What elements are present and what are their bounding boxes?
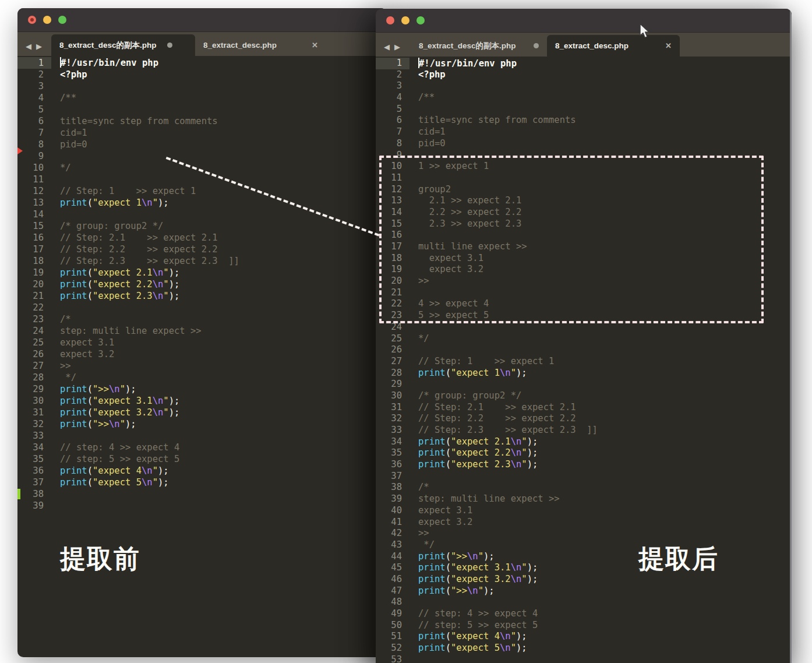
line-number[interactable]: 9 <box>376 150 409 161</box>
line-number[interactable]: 4 <box>17 92 51 104</box>
line-number[interactable]: 24 <box>17 325 51 337</box>
line-number[interactable]: 42 <box>376 528 409 539</box>
forward-icon[interactable]: ▶ <box>394 43 400 51</box>
close-tab-icon[interactable]: ✕ <box>312 41 318 50</box>
line-number[interactable]: 31 <box>376 402 409 414</box>
line-number[interactable]: 39 <box>17 500 51 512</box>
line-number[interactable]: 18 <box>376 253 409 265</box>
forward-icon[interactable]: ▶ <box>36 43 42 50</box>
zoom-window-button[interactable] <box>416 16 425 24</box>
line-number[interactable]: 8 <box>17 139 51 150</box>
line-number[interactable]: 38 <box>17 488 51 500</box>
close-window-button[interactable] <box>28 16 36 24</box>
line-number[interactable]: 34 <box>376 436 409 448</box>
line-number[interactable]: 10 <box>17 162 51 174</box>
zoom-window-button[interactable] <box>58 16 66 24</box>
line-number[interactable]: 48 <box>376 597 409 608</box>
line-number[interactable]: 5 <box>376 104 409 115</box>
line-number[interactable]: 36 <box>17 465 51 477</box>
line-number[interactable]: 6 <box>17 115 51 127</box>
line-number[interactable]: 28 <box>17 372 51 383</box>
line-number[interactable]: 30 <box>376 390 409 402</box>
line-number[interactable]: 39 <box>376 493 409 505</box>
line-number[interactable]: 23 <box>17 313 51 325</box>
tab-original-file[interactable]: 8_extract_desc.php ✕ <box>195 34 326 56</box>
line-number[interactable]: 15 <box>376 218 409 230</box>
line-number[interactable]: 26 <box>17 348 51 360</box>
line-number[interactable]: 27 <box>17 360 51 372</box>
line-number[interactable]: 19 <box>376 264 409 276</box>
line-number[interactable]: 28 <box>376 368 409 379</box>
back-icon[interactable]: ◀ <box>26 43 31 50</box>
line-number[interactable]: 41 <box>376 517 409 528</box>
line-number[interactable]: 36 <box>376 459 409 471</box>
line-number[interactable]: 21 <box>17 290 51 302</box>
line-number[interactable]: 29 <box>17 383 51 395</box>
line-number[interactable]: 21 <box>376 287 409 299</box>
line-number[interactable]: 16 <box>376 230 409 241</box>
line-number[interactable]: 12 <box>17 185 51 197</box>
line-number[interactable]: 1 <box>376 58 409 69</box>
line-number[interactable]: 20 <box>17 278 51 290</box>
line-number[interactable]: 43 <box>376 539 409 551</box>
line-number[interactable]: 32 <box>17 418 51 430</box>
line-number[interactable]: 22 <box>17 302 51 313</box>
line-number[interactable]: 47 <box>376 586 409 597</box>
tab-original-file[interactable]: 8_extract_desc.php ✕ <box>547 35 680 57</box>
line-number[interactable]: 13 <box>376 195 409 207</box>
line-number[interactable]: 29 <box>376 379 409 390</box>
titlebar[interactable] <box>17 8 387 32</box>
line-number[interactable]: 5 <box>17 104 51 115</box>
line-number[interactable]: 12 <box>376 184 409 196</box>
line-number[interactable]: 35 <box>17 453 51 465</box>
line-number[interactable]: 49 <box>376 608 409 620</box>
line-number[interactable]: 44 <box>376 551 409 563</box>
line-number[interactable]: 37 <box>376 471 409 482</box>
line-number[interactable]: 33 <box>376 425 409 436</box>
line-number[interactable]: 30 <box>17 395 51 407</box>
minimize-window-button[interactable] <box>43 16 51 24</box>
line-number[interactable]: 50 <box>376 620 409 632</box>
line-number[interactable]: 45 <box>376 562 409 574</box>
line-number[interactable]: 11 <box>17 174 51 185</box>
line-number[interactable]: 8 <box>376 138 409 150</box>
line-number[interactable]: 33 <box>17 430 51 442</box>
line-number[interactable]: 14 <box>17 209 51 220</box>
line-number[interactable]: 14 <box>376 207 409 218</box>
line-number[interactable]: 17 <box>17 244 51 255</box>
line-number[interactable]: 7 <box>376 126 409 138</box>
line-number[interactable]: 23 <box>376 310 409 322</box>
close-window-button[interactable] <box>386 16 394 24</box>
line-number[interactable]: 6 <box>376 115 409 126</box>
line-number[interactable]: 51 <box>376 631 409 643</box>
line-number[interactable]: 32 <box>376 413 409 425</box>
line-number[interactable]: 18 <box>17 255 51 267</box>
line-number[interactable]: 4 <box>376 92 409 104</box>
line-number[interactable]: 7 <box>17 127 51 139</box>
line-number[interactable]: 35 <box>376 447 409 459</box>
code-editor-after[interactable]: 1#!/usr/bin/env php2<?php34/**56title=sy… <box>376 57 792 663</box>
line-number[interactable]: 13 <box>17 197 51 209</box>
line-number[interactable]: 53 <box>376 654 409 663</box>
line-number[interactable]: 17 <box>376 241 409 253</box>
line-number[interactable]: 38 <box>376 482 409 493</box>
line-number[interactable]: 24 <box>376 322 409 333</box>
line-number[interactable]: 27 <box>376 356 409 368</box>
line-number[interactable]: 26 <box>376 344 409 356</box>
line-number[interactable]: 19 <box>17 267 51 278</box>
titlebar[interactable] <box>376 9 792 33</box>
line-number[interactable]: 25 <box>376 333 409 345</box>
tab-copy-file[interactable]: 8_extract_desc的副本.php <box>51 34 195 56</box>
back-icon[interactable]: ◀ <box>384 43 390 51</box>
line-number[interactable]: 40 <box>376 505 409 517</box>
tab-copy-file[interactable]: 8_extract_desc的副本.php <box>411 35 547 57</box>
line-number[interactable]: 16 <box>17 232 51 244</box>
line-number[interactable]: 46 <box>376 574 409 586</box>
line-number[interactable]: 37 <box>17 477 51 488</box>
line-number[interactable]: 52 <box>376 643 409 654</box>
line-number[interactable]: 25 <box>17 337 51 348</box>
line-number[interactable]: 34 <box>17 442 51 453</box>
line-number[interactable]: 20 <box>376 276 409 287</box>
line-number[interactable]: 15 <box>17 220 51 232</box>
line-number[interactable]: 22 <box>376 298 409 310</box>
